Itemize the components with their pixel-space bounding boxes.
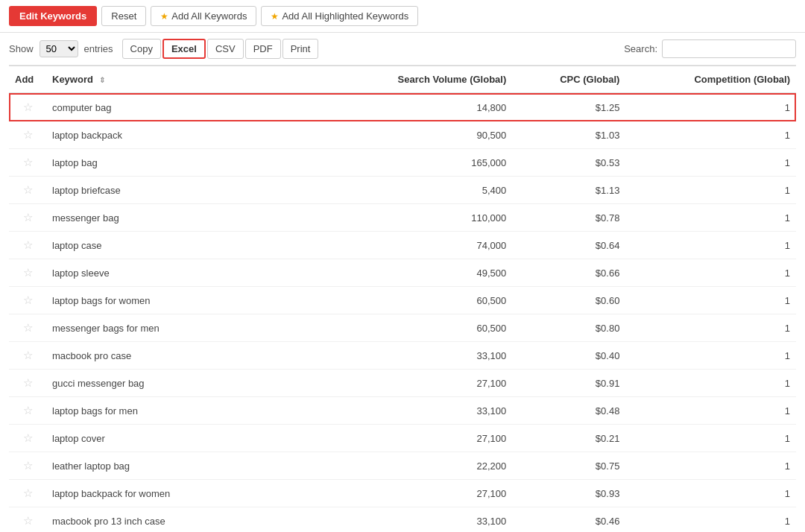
star-button[interactable]: ☆ xyxy=(23,266,33,279)
sort-icon: ⇕ xyxy=(99,76,105,84)
search-volume-cell: 60,500 xyxy=(322,287,513,314)
table-row: ☆ messenger bags for men 60,500 $0.80 1 xyxy=(9,314,796,342)
star-button[interactable]: ☆ xyxy=(23,238,33,252)
add-all-keywords-button[interactable]: ★ Add All Keywords xyxy=(151,6,256,26)
reset-button[interactable]: Reset xyxy=(101,6,146,26)
competition-cell: 1 xyxy=(625,287,796,314)
search-area: Search: xyxy=(624,39,796,58)
competition-cell: 1 xyxy=(625,259,796,287)
col-header-keyword: Keyword ⇕ xyxy=(46,66,322,93)
table-row: ☆ messenger bag 110,000 $0.78 1 xyxy=(9,204,796,232)
cpc-cell: $0.46 xyxy=(512,507,625,533)
star-button[interactable]: ☆ xyxy=(23,376,33,390)
star-button[interactable]: ☆ xyxy=(23,183,33,197)
star-cell: ☆ xyxy=(9,232,46,259)
copy-button[interactable]: Copy xyxy=(122,39,161,59)
star-button[interactable]: ☆ xyxy=(23,404,33,417)
cpc-cell: $1.13 xyxy=(512,177,625,204)
table-row: ☆ gucci messenger bag 27,100 $0.91 1 xyxy=(9,370,796,397)
edit-keywords-button[interactable]: Edit Keywords xyxy=(9,6,97,26)
cpc-cell: $0.80 xyxy=(512,314,625,342)
cpc-cell: $1.03 xyxy=(512,121,625,149)
cpc-cell: $0.53 xyxy=(512,149,625,177)
star-icon: ★ xyxy=(160,11,168,22)
star-button[interactable]: ☆ xyxy=(23,431,33,445)
show-label: Show xyxy=(9,43,34,54)
table-row: ☆ laptop bags for women 60,500 $0.60 1 xyxy=(9,287,796,314)
cpc-cell: $0.66 xyxy=(512,259,625,287)
keyword-cell: laptop cover xyxy=(46,425,322,452)
entries-label: entries xyxy=(84,43,113,54)
table-row: ☆ laptop sleeve 49,500 $0.66 1 xyxy=(9,259,796,287)
star-button[interactable]: ☆ xyxy=(23,321,33,335)
star-cell: ☆ xyxy=(9,342,46,370)
keyword-cell: laptop briefcase xyxy=(46,177,322,204)
competition-cell: 1 xyxy=(625,397,796,425)
star-cell: ☆ xyxy=(9,452,46,480)
search-volume-cell: 110,000 xyxy=(322,204,513,232)
keyword-cell: messenger bags for men xyxy=(46,314,322,342)
search-volume-cell: 165,000 xyxy=(322,149,513,177)
cpc-cell: $1.25 xyxy=(512,93,625,121)
table-row: ☆ laptop bags for men 33,100 $0.48 1 xyxy=(9,397,796,425)
competition-cell: 1 xyxy=(625,425,796,452)
star-cell: ☆ xyxy=(9,425,46,452)
search-volume-cell: 33,100 xyxy=(322,397,513,425)
print-button[interactable]: Print xyxy=(282,39,319,59)
search-label: Search: xyxy=(624,43,657,54)
controls-row: Show 50 25 100 entries Copy Excel CSV PD… xyxy=(0,33,805,65)
star-button[interactable]: ☆ xyxy=(23,128,33,142)
star-button[interactable]: ☆ xyxy=(23,211,33,224)
keyword-cell: laptop bags for women xyxy=(46,287,322,314)
show-select[interactable]: 50 25 100 xyxy=(40,40,78,57)
search-volume-cell: 49,500 xyxy=(322,259,513,287)
keyword-cell: laptop backpack xyxy=(46,121,322,149)
star-button[interactable]: ☆ xyxy=(23,487,33,500)
search-volume-cell: 60,500 xyxy=(322,314,513,342)
table-row: ☆ laptop backpack for women 27,100 $0.93… xyxy=(9,480,796,507)
star-cell: ☆ xyxy=(9,177,46,204)
star-button[interactable]: ☆ xyxy=(23,101,33,114)
col-header-cpc: CPC (Global) xyxy=(512,66,625,93)
keyword-cell: messenger bag xyxy=(46,204,322,232)
export-buttons: Copy Excel CSV PDF Print xyxy=(122,39,319,59)
search-input[interactable] xyxy=(662,39,796,58)
star-button[interactable]: ☆ xyxy=(23,514,33,528)
table-wrapper: Add Keyword ⇕ Search Volume (Global) CPC… xyxy=(0,65,805,532)
competition-cell: 1 xyxy=(625,93,796,121)
add-all-highlighted-button[interactable]: ★ Add All Highlighted Keywords xyxy=(261,6,418,26)
table-row: ☆ leather laptop bag 22,200 $0.75 1 xyxy=(9,452,796,480)
csv-button[interactable]: CSV xyxy=(207,39,244,59)
table-row: ☆ computer bag 14,800 $1.25 1 xyxy=(9,93,796,121)
keyword-cell: laptop bag xyxy=(46,149,322,177)
keyword-cell: laptop bags for men xyxy=(46,397,322,425)
table-row: ☆ laptop bag 165,000 $0.53 1 xyxy=(9,149,796,177)
excel-button[interactable]: Excel xyxy=(162,39,206,59)
star-cell: ☆ xyxy=(9,507,46,533)
competition-cell: 1 xyxy=(625,232,796,259)
keyword-cell: laptop backpack for women xyxy=(46,480,322,507)
keyword-cell: leather laptop bag xyxy=(46,452,322,480)
competition-cell: 1 xyxy=(625,370,796,397)
star-cell: ☆ xyxy=(9,93,46,121)
search-volume-cell: 33,100 xyxy=(322,342,513,370)
competition-cell: 1 xyxy=(625,480,796,507)
star-cell: ☆ xyxy=(9,370,46,397)
competition-cell: 1 xyxy=(625,342,796,370)
star-button[interactable]: ☆ xyxy=(23,459,33,472)
keywords-table: Add Keyword ⇕ Search Volume (Global) CPC… xyxy=(9,65,796,532)
search-volume-cell: 90,500 xyxy=(322,121,513,149)
table-header-row: Add Keyword ⇕ Search Volume (Global) CPC… xyxy=(9,66,796,93)
cpc-cell: $0.64 xyxy=(512,232,625,259)
competition-cell: 1 xyxy=(625,507,796,533)
keyword-cell: laptop case xyxy=(46,232,322,259)
star-cell: ☆ xyxy=(9,259,46,287)
star-button[interactable]: ☆ xyxy=(23,294,33,307)
star-button[interactable]: ☆ xyxy=(23,156,33,169)
star-cell: ☆ xyxy=(9,121,46,149)
pdf-button[interactable]: PDF xyxy=(245,39,281,59)
col-header-search-volume: Search Volume (Global) xyxy=(322,66,513,93)
star-button[interactable]: ☆ xyxy=(23,349,33,362)
star-cell: ☆ xyxy=(9,397,46,425)
competition-cell: 1 xyxy=(625,121,796,149)
